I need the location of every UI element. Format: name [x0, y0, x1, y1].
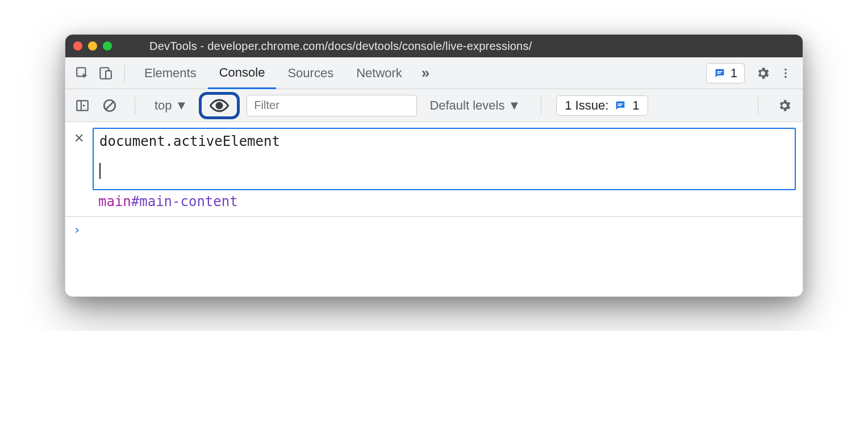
window-title: DevTools - developer.chrome.com/docs/dev… [127, 40, 795, 53]
messages-badge[interactable]: 1 [706, 63, 745, 83]
tab-console[interactable]: Console [208, 57, 277, 89]
settings-button[interactable] [752, 62, 774, 85]
chat-icon [614, 99, 627, 112]
console-toolbar: top ▼ Default levels ▼ 1 Issue: 1 [65, 89, 803, 122]
window-controls [73, 41, 112, 51]
more-options-button[interactable] [774, 62, 797, 85]
log-levels-select[interactable]: Default levels ▼ [424, 98, 526, 113]
zoom-window-button[interactable] [103, 41, 112, 51]
result-tagname: main [98, 194, 131, 209]
svg-point-6 [784, 72, 787, 74]
svg-rect-12 [618, 105, 621, 106]
dropdown-icon: ▼ [176, 98, 188, 113]
svg-point-7 [784, 76, 787, 78]
main-tabbar: Elements Console Sources Network » 1 [65, 57, 803, 89]
close-window-button[interactable] [73, 41, 82, 51]
svg-point-5 [784, 68, 787, 70]
dropdown-icon: ▼ [508, 98, 520, 113]
tab-network[interactable]: Network [345, 57, 414, 89]
issues-count: 1 [632, 98, 639, 113]
context-label: top [155, 98, 172, 113]
more-tabs-button[interactable]: » [414, 64, 437, 82]
result-id: #main-content [131, 194, 238, 209]
messages-count: 1 [731, 66, 737, 81]
gear-icon [756, 66, 770, 81]
svg-rect-11 [618, 103, 623, 104]
live-expression-input[interactable]: document.activeElement [93, 128, 796, 190]
create-live-expression-button[interactable] [199, 92, 240, 119]
svg-rect-2 [106, 70, 111, 78]
device-toolbar-icon[interactable] [94, 62, 116, 85]
inspect-element-icon[interactable] [71, 62, 94, 85]
console-settings-button[interactable] [773, 94, 796, 117]
console-prompt-chevron: › [73, 223, 81, 237]
filter-input[interactable] [247, 95, 417, 116]
execution-context-select[interactable]: top ▼ [150, 98, 192, 113]
svg-rect-8 [77, 100, 88, 110]
chat-icon [713, 67, 726, 79]
issues-button[interactable]: 1 Issue: 1 [556, 95, 648, 116]
titlebar: DevTools - developer.chrome.com/docs/dev… [65, 35, 803, 57]
devtools-window: DevTools - developer.chrome.com/docs/dev… [65, 34, 803, 297]
console-body[interactable]: › [65, 217, 803, 296]
live-expression-area: ✕ document.activeElement main#main-conte… [65, 122, 803, 217]
remove-live-expression-button[interactable]: ✕ [72, 128, 86, 146]
clear-icon [102, 98, 117, 113]
kebab-icon [779, 67, 792, 79]
svg-point-10 [216, 103, 222, 108]
eye-icon [210, 98, 229, 113]
gear-icon [777, 98, 792, 113]
svg-rect-4 [717, 73, 720, 74]
divider [758, 97, 758, 114]
divider [541, 97, 541, 114]
clear-console-button[interactable] [99, 95, 120, 116]
toggle-console-sidebar-button[interactable] [72, 95, 93, 116]
live-expression-text: document.activeElement [99, 133, 789, 149]
tab-sources[interactable]: Sources [276, 57, 345, 89]
divider [124, 65, 125, 82]
text-cursor [99, 163, 101, 179]
divider [135, 97, 135, 114]
levels-label: Default levels [429, 98, 504, 113]
live-expression-result: main#main-content [72, 190, 796, 209]
tab-elements[interactable]: Elements [133, 57, 208, 89]
svg-rect-3 [717, 71, 722, 72]
issues-label: 1 Issue: [565, 98, 608, 113]
minimize-window-button[interactable] [88, 41, 97, 51]
